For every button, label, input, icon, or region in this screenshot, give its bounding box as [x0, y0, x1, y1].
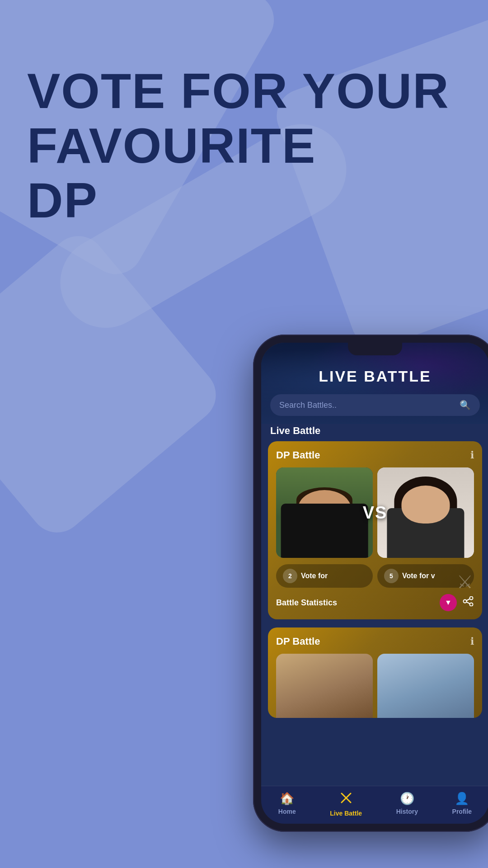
- search-icon: 🔍: [460, 400, 471, 410]
- hero-line-1: VOTE FOR YOUR: [27, 63, 450, 118]
- hero-text: VOTE FOR YOUR FAVOURITE DP: [27, 63, 450, 227]
- phone-outer: LIVE BATTLE Search Battles.. 🔍 Live Batt…: [253, 335, 488, 832]
- svg-point-2: [464, 600, 467, 603]
- nav-label-home: Home: [278, 808, 296, 815]
- nav-item-profile[interactable]: 👤 Profile: [452, 792, 472, 817]
- screen-content: LIVE BATTLE Search Battles.. 🔍 Live Batt…: [261, 343, 488, 824]
- partial-player-2-bg: [377, 654, 474, 718]
- search-placeholder-text: Search Battles..: [279, 401, 455, 410]
- battle-card-2: DP Battle ℹ: [268, 627, 482, 718]
- battle-card-1-title: DP Battle: [276, 449, 320, 461]
- chevron-down-icon: ▼: [445, 599, 452, 607]
- nav-label-profile: Profile: [452, 808, 472, 815]
- battle-player-1[interactable]: [276, 467, 373, 558]
- battle-card-1-header: DP Battle ℹ: [276, 449, 474, 461]
- battle-stats-label: Battle Statistics: [276, 598, 337, 608]
- app-title: LIVE BATTLE: [270, 368, 480, 385]
- battle-footer-icons: ▼: [440, 594, 474, 611]
- share-icon: [462, 596, 474, 606]
- battle-card-2-title: DP Battle: [276, 636, 320, 647]
- live-battle-icon: [340, 792, 352, 807]
- battle-card-2-header: DP Battle ℹ: [276, 636, 474, 647]
- vote-btn-1[interactable]: 2 Vote for: [276, 564, 373, 588]
- player2-photo: [377, 467, 474, 558]
- vote-buttons: 2 Vote for 5 Vote for v: [276, 564, 474, 588]
- bottom-nav: 🏠 Home Live Battle 🕐: [261, 786, 488, 824]
- vote-label-1: Vote for: [301, 572, 328, 580]
- battles-scroll[interactable]: DP Battle ℹ: [261, 441, 488, 824]
- vote-label-2: Vote for v: [402, 572, 435, 580]
- battle-images-1: VS: [276, 467, 474, 558]
- vs-badge: VS: [363, 503, 388, 523]
- vote-count-2: 5: [384, 569, 399, 583]
- battle-player-2[interactable]: [377, 467, 474, 558]
- partial-player-2[interactable]: [377, 654, 474, 718]
- hero-line-2: FAVOURITE: [27, 118, 450, 173]
- vote-count-1: 2: [283, 569, 297, 583]
- card-watermark: ⚔: [457, 571, 473, 592]
- svg-line-4: [467, 602, 470, 604]
- hero-line-3: DP: [27, 173, 450, 227]
- search-container: Search Battles.. 🔍: [261, 394, 488, 423]
- nav-item-home[interactable]: 🏠 Home: [278, 792, 296, 817]
- phone-screen: LIVE BATTLE Search Battles.. 🔍 Live Batt…: [261, 343, 488, 824]
- profile-icon: 👤: [455, 792, 469, 806]
- history-icon: 🕐: [400, 792, 414, 806]
- expand-stats-button[interactable]: ▼: [440, 594, 457, 611]
- nav-item-history[interactable]: 🕐 History: [396, 792, 418, 817]
- battle-footer-1: Battle Statistics ▼: [276, 594, 474, 611]
- battle-card-2-info-icon[interactable]: ℹ: [470, 636, 474, 647]
- search-bar[interactable]: Search Battles.. 🔍: [270, 394, 480, 416]
- nav-item-live-battle[interactable]: Live Battle: [330, 792, 362, 817]
- share-button[interactable]: [462, 596, 474, 609]
- battle-card-1-info-icon[interactable]: ℹ: [470, 449, 474, 461]
- partial-player-1-bg: [276, 654, 373, 718]
- nav-label-history: History: [396, 808, 418, 815]
- svg-point-0: [470, 597, 473, 600]
- partial-player-1[interactable]: [276, 654, 373, 718]
- player1-photo: [276, 467, 373, 558]
- battle-card-2-images: [276, 654, 474, 718]
- live-battle-section-title: Live Battle: [261, 423, 488, 441]
- phone-mockup: LIVE BATTLE Search Battles.. 🔍 Live Batt…: [253, 335, 488, 832]
- svg-line-3: [467, 599, 470, 601]
- battle-card-1: DP Battle ℹ: [268, 441, 482, 619]
- nav-label-live-battle: Live Battle: [330, 810, 362, 817]
- svg-point-1: [470, 603, 473, 606]
- home-icon: 🏠: [280, 792, 294, 806]
- phone-notch: [348, 343, 402, 355]
